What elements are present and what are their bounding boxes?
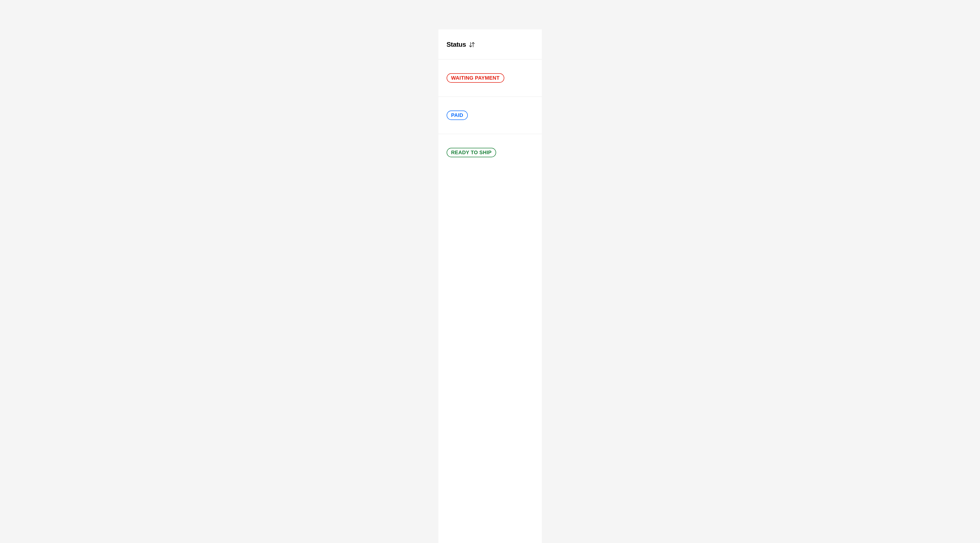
column-header[interactable]: Status <box>438 29 542 59</box>
sort-icon <box>469 42 475 48</box>
table-row: READY TO SHIP <box>438 134 542 171</box>
table-row: PAID <box>438 97 542 134</box>
column-header-label: Status <box>447 41 466 48</box>
status-badge: READY TO SHIP <box>447 148 496 157</box>
status-badge: PAID <box>447 110 468 120</box>
status-column-panel: Status WAITING PAYMENT PAID READY TO SHI… <box>438 29 542 543</box>
status-badge: WAITING PAYMENT <box>447 73 504 83</box>
table-row: WAITING PAYMENT <box>438 59 542 97</box>
